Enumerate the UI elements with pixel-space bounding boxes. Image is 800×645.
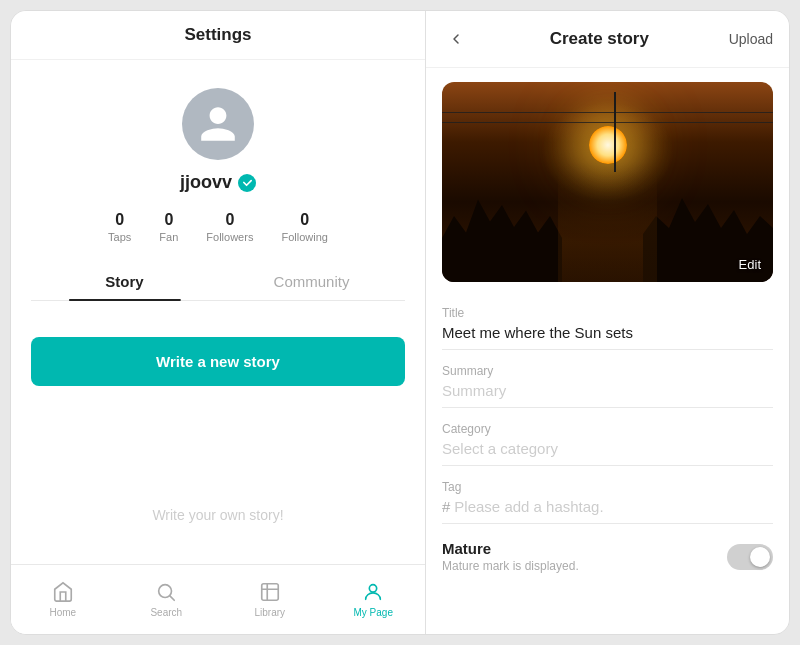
mature-subtitle: Mature mark is displayed. bbox=[442, 559, 579, 573]
nav-library[interactable]: Library bbox=[218, 581, 322, 618]
following-label: Following bbox=[281, 231, 327, 243]
story-image bbox=[442, 82, 773, 282]
mature-info: Mature Mature mark is displayed. bbox=[442, 540, 579, 573]
username: jjoovv bbox=[180, 172, 232, 193]
library-icon bbox=[259, 581, 281, 603]
edit-label[interactable]: Edit bbox=[739, 257, 761, 272]
nav-search[interactable]: Search bbox=[115, 581, 219, 618]
nav-library-label: Library bbox=[254, 607, 285, 618]
taps-label: Taps bbox=[108, 231, 131, 243]
profile-section: jjoovv 0 Taps 0 Fan 0 Follo bbox=[11, 60, 425, 317]
followers-value: 0 bbox=[225, 211, 234, 229]
fan-value: 0 bbox=[164, 211, 173, 229]
stat-following: 0 Following bbox=[281, 211, 327, 243]
tab-community[interactable]: Community bbox=[218, 263, 405, 300]
title-value[interactable]: Meet me where the Sun sets bbox=[442, 324, 773, 350]
verified-badge bbox=[238, 174, 256, 192]
summary-field: Summary Summary bbox=[442, 354, 773, 408]
bottom-nav: Home Search Library bbox=[11, 564, 425, 634]
upload-button[interactable]: Upload bbox=[729, 31, 773, 47]
stat-followers: 0 Followers bbox=[206, 211, 253, 243]
tag-input-row[interactable]: # Please add a hashtag. bbox=[442, 498, 773, 524]
check-icon bbox=[242, 177, 253, 188]
left-panel: Settings jjoovv 0 Taps bbox=[11, 11, 426, 634]
power-line-1 bbox=[442, 112, 773, 113]
following-value: 0 bbox=[300, 211, 309, 229]
followers-label: Followers bbox=[206, 231, 253, 243]
hash-symbol: # bbox=[442, 498, 450, 515]
road-reflection bbox=[558, 162, 657, 282]
power-line-2 bbox=[442, 122, 773, 123]
chevron-left-icon bbox=[448, 31, 464, 47]
svg-rect-1 bbox=[262, 584, 279, 601]
fan-label: Fan bbox=[159, 231, 178, 243]
tag-label: Tag bbox=[442, 470, 773, 494]
stats-row: 0 Taps 0 Fan 0 Followers 0 Following bbox=[108, 211, 328, 243]
username-row: jjoovv bbox=[180, 172, 256, 193]
taps-value: 0 bbox=[115, 211, 124, 229]
nav-home[interactable]: Home bbox=[11, 581, 115, 618]
mypage-icon bbox=[362, 581, 384, 603]
sun bbox=[589, 126, 627, 164]
mature-toggle[interactable] bbox=[727, 544, 773, 570]
category-label: Category bbox=[442, 412, 773, 436]
home-icon bbox=[52, 581, 74, 603]
title-field: Title Meet me where the Sun sets bbox=[442, 296, 773, 350]
nav-search-label: Search bbox=[150, 607, 182, 618]
stat-taps: 0 Taps bbox=[108, 211, 131, 243]
mature-section: Mature Mature mark is displayed. bbox=[442, 528, 773, 573]
toggle-knob bbox=[750, 547, 770, 567]
settings-header: Settings bbox=[11, 11, 425, 60]
summary-label: Summary bbox=[442, 354, 773, 378]
story-image-container: Edit bbox=[442, 82, 773, 282]
right-header: Create story Upload bbox=[426, 11, 789, 68]
write-new-story-button[interactable]: Write a new story bbox=[31, 337, 405, 386]
category-select[interactable]: Select a category bbox=[442, 440, 773, 466]
nav-mypage[interactable]: My Page bbox=[322, 581, 426, 618]
summary-input[interactable]: Summary bbox=[442, 382, 773, 408]
tag-placeholder: Please add a hashtag. bbox=[454, 498, 603, 515]
user-icon bbox=[197, 103, 239, 145]
tag-field: Tag # Please add a hashtag. bbox=[442, 470, 773, 524]
write-btn-container: Write a new story bbox=[11, 317, 425, 396]
power-pole bbox=[614, 92, 616, 172]
mature-title: Mature bbox=[442, 540, 579, 557]
create-story-title: Create story bbox=[470, 29, 729, 49]
stat-fan: 0 Fan bbox=[159, 211, 178, 243]
tab-story[interactable]: Story bbox=[31, 263, 218, 300]
back-button[interactable] bbox=[442, 25, 470, 53]
tabs-row: Story Community bbox=[31, 263, 405, 301]
category-field: Category Select a category bbox=[442, 412, 773, 466]
svg-point-2 bbox=[370, 585, 377, 592]
form-section: Title Meet me where the Sun sets Summary… bbox=[426, 296, 789, 593]
title-label: Title bbox=[442, 296, 773, 320]
nav-home-label: Home bbox=[49, 607, 76, 618]
right-panel: Create story Upload Edit Title Meet me w… bbox=[426, 11, 789, 634]
avatar bbox=[182, 88, 254, 160]
search-icon bbox=[155, 581, 177, 603]
nav-mypage-label: My Page bbox=[354, 607, 393, 618]
